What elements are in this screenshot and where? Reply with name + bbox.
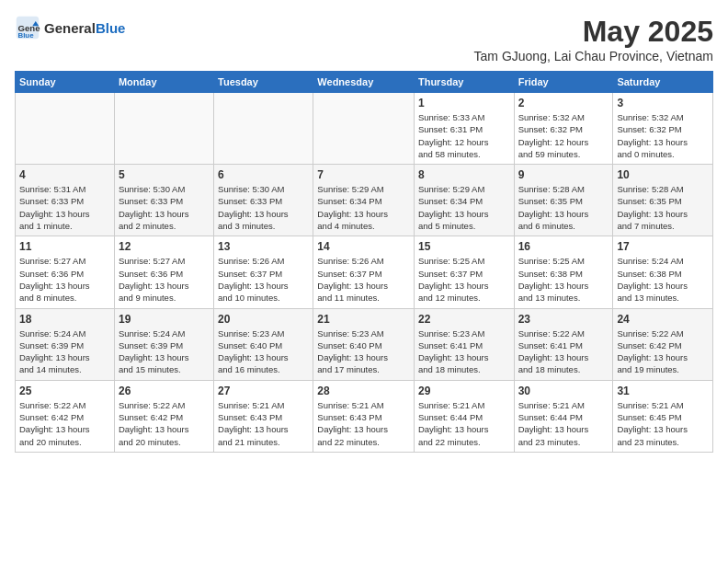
- day-info: Sunrise: 5:22 AMSunset: 6:42 PMDaylight:…: [19, 399, 110, 448]
- calendar-cell: 20Sunrise: 5:23 AMSunset: 6:40 PMDayligh…: [214, 308, 313, 380]
- weekday-header-row: SundayMondayTuesdayWednesdayThursdayFrid…: [16, 72, 713, 93]
- day-number: 28: [317, 385, 410, 397]
- weekday-header-wednesday: Wednesday: [313, 72, 415, 93]
- day-info: Sunrise: 5:22 AMSunset: 6:42 PMDaylight:…: [617, 327, 709, 376]
- day-number: 12: [119, 240, 210, 253]
- week-row-2: 4Sunrise: 5:31 AMSunset: 6:33 PMDaylight…: [16, 165, 713, 236]
- day-info: Sunrise: 5:25 AMSunset: 6:38 PMDaylight:…: [518, 255, 609, 304]
- weekday-header-saturday: Saturday: [613, 72, 713, 93]
- day-info: Sunrise: 5:26 AMSunset: 6:37 PMDaylight:…: [218, 255, 309, 304]
- day-number: 30: [518, 385, 609, 397]
- calendar-cell: 30Sunrise: 5:21 AMSunset: 6:44 PMDayligh…: [514, 380, 613, 452]
- calendar-cell: 11Sunrise: 5:27 AMSunset: 6:36 PMDayligh…: [16, 236, 115, 308]
- day-number: 9: [518, 168, 609, 181]
- week-row-5: 25Sunrise: 5:22 AMSunset: 6:42 PMDayligh…: [16, 380, 713, 452]
- calendar-cell: 5Sunrise: 5:30 AMSunset: 6:33 PMDaylight…: [114, 165, 213, 236]
- day-number: 3: [617, 97, 709, 109]
- day-info: Sunrise: 5:27 AMSunset: 6:36 PMDaylight:…: [119, 255, 210, 304]
- day-number: 17: [617, 240, 709, 253]
- calendar-cell: 3Sunrise: 5:32 AMSunset: 6:32 PMDaylight…: [613, 93, 713, 165]
- calendar-title: May 2025: [474, 15, 713, 49]
- day-info: Sunrise: 5:22 AMSunset: 6:41 PMDaylight:…: [518, 327, 609, 376]
- day-info: Sunrise: 5:32 AMSunset: 6:32 PMDaylight:…: [518, 111, 609, 160]
- weekday-header-sunday: Sunday: [16, 72, 115, 93]
- day-info: Sunrise: 5:32 AMSunset: 6:32 PMDaylight:…: [617, 111, 709, 160]
- calendar-cell: 9Sunrise: 5:28 AMSunset: 6:35 PMDaylight…: [514, 165, 613, 236]
- day-info: Sunrise: 5:21 AMSunset: 6:44 PMDaylight:…: [418, 399, 510, 448]
- week-row-1: 1Sunrise: 5:33 AMSunset: 6:31 PMDaylight…: [16, 93, 713, 165]
- day-info: Sunrise: 5:23 AMSunset: 6:40 PMDaylight:…: [218, 327, 309, 376]
- calendar-cell: [313, 93, 415, 165]
- day-number: 7: [317, 168, 410, 181]
- day-info: Sunrise: 5:31 AMSunset: 6:33 PMDaylight:…: [19, 183, 110, 232]
- day-number: 4: [19, 168, 110, 181]
- day-number: 24: [617, 313, 709, 326]
- day-info: Sunrise: 5:21 AMSunset: 6:43 PMDaylight:…: [218, 399, 309, 448]
- calendar-cell: 23Sunrise: 5:22 AMSunset: 6:41 PMDayligh…: [514, 308, 613, 380]
- logo: General Blue General Blue: [15, 15, 125, 40]
- day-number: 13: [218, 240, 309, 253]
- calendar-cell: 6Sunrise: 5:30 AMSunset: 6:33 PMDaylight…: [214, 165, 313, 236]
- day-number: 19: [119, 313, 210, 326]
- day-info: Sunrise: 5:26 AMSunset: 6:37 PMDaylight:…: [317, 255, 410, 304]
- weekday-header-monday: Monday: [114, 72, 213, 93]
- week-row-4: 18Sunrise: 5:24 AMSunset: 6:39 PMDayligh…: [16, 308, 713, 380]
- day-number: 11: [19, 240, 110, 253]
- day-info: Sunrise: 5:29 AMSunset: 6:34 PMDaylight:…: [418, 183, 510, 232]
- calendar-cell: 12Sunrise: 5:27 AMSunset: 6:36 PMDayligh…: [114, 236, 213, 308]
- calendar-cell: 7Sunrise: 5:29 AMSunset: 6:34 PMDaylight…: [313, 165, 415, 236]
- weekday-header-friday: Friday: [514, 72, 613, 93]
- calendar-cell: 29Sunrise: 5:21 AMSunset: 6:44 PMDayligh…: [414, 380, 514, 452]
- calendar-cell: 15Sunrise: 5:25 AMSunset: 6:37 PMDayligh…: [414, 236, 514, 308]
- calendar-cell: [16, 93, 115, 165]
- day-info: Sunrise: 5:24 AMSunset: 6:39 PMDaylight:…: [19, 327, 110, 376]
- logo-general: General: [44, 20, 96, 36]
- calendar-cell: 21Sunrise: 5:23 AMSunset: 6:40 PMDayligh…: [313, 308, 415, 380]
- calendar-cell: 19Sunrise: 5:24 AMSunset: 6:39 PMDayligh…: [114, 308, 213, 380]
- day-number: 22: [418, 313, 510, 326]
- calendar-subtitle: Tam GJuong, Lai Chau Province, Vietnam: [474, 49, 713, 63]
- day-info: Sunrise: 5:33 AMSunset: 6:31 PMDaylight:…: [418, 111, 510, 160]
- calendar-cell: 17Sunrise: 5:24 AMSunset: 6:38 PMDayligh…: [613, 236, 713, 308]
- calendar-cell: 13Sunrise: 5:26 AMSunset: 6:37 PMDayligh…: [214, 236, 313, 308]
- day-info: Sunrise: 5:21 AMSunset: 6:43 PMDaylight:…: [317, 399, 410, 448]
- calendar-cell: 4Sunrise: 5:31 AMSunset: 6:33 PMDaylight…: [16, 165, 115, 236]
- day-info: Sunrise: 5:30 AMSunset: 6:33 PMDaylight:…: [119, 183, 210, 232]
- day-number: 18: [19, 313, 110, 326]
- calendar-cell: 31Sunrise: 5:21 AMSunset: 6:45 PMDayligh…: [613, 380, 713, 452]
- logo-blue: Blue: [96, 20, 126, 36]
- day-info: Sunrise: 5:22 AMSunset: 6:42 PMDaylight:…: [119, 399, 210, 448]
- day-number: 6: [218, 168, 309, 181]
- calendar-cell: 27Sunrise: 5:21 AMSunset: 6:43 PMDayligh…: [214, 380, 313, 452]
- day-info: Sunrise: 5:28 AMSunset: 6:35 PMDaylight:…: [518, 183, 609, 232]
- day-info: Sunrise: 5:23 AMSunset: 6:40 PMDaylight:…: [317, 327, 410, 376]
- calendar-table: SundayMondayTuesdayWednesdayThursdayFrid…: [15, 71, 713, 453]
- logo-icon: General Blue: [15, 15, 40, 40]
- title-block: May 2025 Tam GJuong, Lai Chau Province, …: [474, 15, 713, 63]
- day-number: 23: [518, 313, 609, 326]
- day-number: 26: [119, 385, 210, 397]
- svg-text:Blue: Blue: [18, 31, 35, 40]
- calendar-cell: [214, 93, 313, 165]
- weekday-header-tuesday: Tuesday: [214, 72, 313, 93]
- day-number: 14: [317, 240, 410, 253]
- weekday-header-thursday: Thursday: [414, 72, 514, 93]
- calendar-cell: 8Sunrise: 5:29 AMSunset: 6:34 PMDaylight…: [414, 165, 514, 236]
- calendar-cell: 1Sunrise: 5:33 AMSunset: 6:31 PMDaylight…: [414, 93, 514, 165]
- header: General Blue General Blue May 2025 Tam G…: [15, 15, 713, 63]
- day-info: Sunrise: 5:24 AMSunset: 6:39 PMDaylight:…: [119, 327, 210, 376]
- calendar-cell: 16Sunrise: 5:25 AMSunset: 6:38 PMDayligh…: [514, 236, 613, 308]
- day-number: 29: [418, 385, 510, 397]
- day-number: 8: [418, 168, 510, 181]
- calendar-cell: 25Sunrise: 5:22 AMSunset: 6:42 PMDayligh…: [16, 380, 115, 452]
- day-info: Sunrise: 5:21 AMSunset: 6:44 PMDaylight:…: [518, 399, 609, 448]
- day-info: Sunrise: 5:23 AMSunset: 6:41 PMDaylight:…: [418, 327, 510, 376]
- calendar-cell: 18Sunrise: 5:24 AMSunset: 6:39 PMDayligh…: [16, 308, 115, 380]
- calendar-cell: 22Sunrise: 5:23 AMSunset: 6:41 PMDayligh…: [414, 308, 514, 380]
- day-number: 16: [518, 240, 609, 253]
- day-number: 27: [218, 385, 309, 397]
- calendar-cell: [114, 93, 213, 165]
- calendar-cell: 14Sunrise: 5:26 AMSunset: 6:37 PMDayligh…: [313, 236, 415, 308]
- day-number: 21: [317, 313, 410, 326]
- day-info: Sunrise: 5:28 AMSunset: 6:35 PMDaylight:…: [617, 183, 709, 232]
